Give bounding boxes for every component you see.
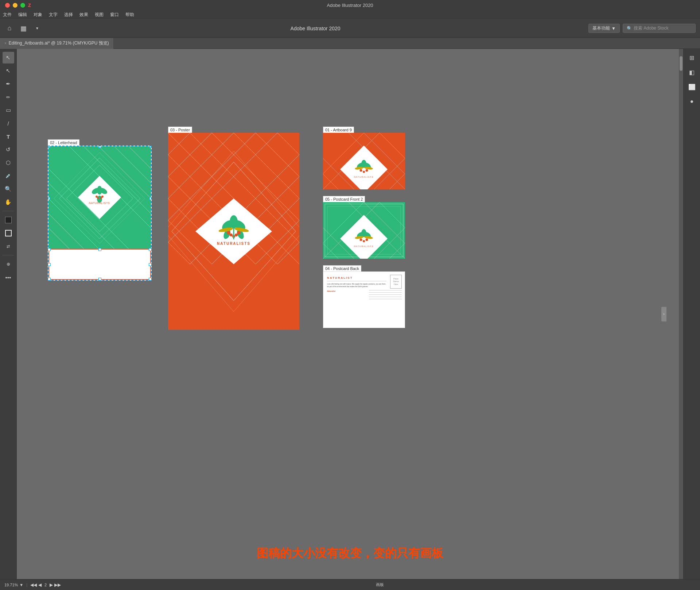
- menu-item-window[interactable]: 窗口: [110, 12, 119, 18]
- panel-collapse-button[interactable]: ›: [661, 307, 666, 321]
- svg-point-83: [366, 169, 368, 172]
- zoom-chevron-icon[interactable]: ▼: [19, 583, 23, 587]
- sel-handle-tl[interactable]: [48, 146, 50, 148]
- window-controls[interactable]: [5, 3, 25, 8]
- bottom-bar: 19.71% ▼ | ◀◀ ◀ 2 ▶ ▶▶ 画板: [0, 579, 700, 590]
- svg-point-58: [230, 234, 233, 236]
- eyedropper-tool-icon[interactable]: 💉: [3, 170, 14, 182]
- artboard-04[interactable]: Place Stamp Here NATURALIST Live a life …: [323, 271, 405, 328]
- svg-point-20: [100, 197, 102, 199]
- menu-item-effect[interactable]: 效果: [79, 12, 88, 18]
- workspace-button[interactable]: 基本功能 ▼: [588, 24, 620, 33]
- tab-close-icon[interactable]: ×: [4, 41, 7, 45]
- svg-point-18: [101, 196, 104, 198]
- postcard-address-area: [369, 290, 402, 324]
- menu-item-text[interactable]: 文字: [49, 12, 58, 18]
- workspace-label: 基本功能: [592, 25, 610, 31]
- close-button[interactable]: [5, 3, 10, 8]
- maximize-button[interactable]: [20, 3, 25, 8]
- separator-1: |: [26, 583, 27, 587]
- nav-prev-button[interactable]: ◀: [38, 582, 42, 587]
- direct-selection-tool-icon[interactable]: ↖: [3, 65, 14, 77]
- svg-point-19: [97, 197, 99, 199]
- pencil-tool-icon[interactable]: ✏: [3, 91, 14, 103]
- nav-last-button[interactable]: ▶▶: [54, 582, 61, 587]
- search-box[interactable]: 🔍 搜索 Adobe Stock: [623, 24, 696, 33]
- sel-handle-ml[interactable]: [48, 197, 50, 200]
- artboard-01[interactable]: NATURALISTS: [323, 133, 405, 189]
- layers-icon[interactable]: ◧: [686, 66, 698, 78]
- menu-bar: 文件 编辑 对象 文字 选择 效果 视图 窗口 帮助: [0, 10, 700, 19]
- caption-text: 图稿的大小没有改变，变的只有画板: [257, 545, 443, 562]
- artboard-02-label: 02 - Letterhead: [48, 139, 79, 146]
- stroke-color-icon[interactable]: [3, 227, 14, 239]
- sel-handle2-tl[interactable]: [48, 248, 51, 251]
- menu-item-object[interactable]: 对象: [34, 12, 42, 18]
- libraries-icon[interactable]: ●: [686, 96, 698, 107]
- svg-point-82: [360, 169, 362, 172]
- nav-first-button[interactable]: ◀◀: [30, 582, 37, 587]
- zoom-control[interactable]: 19.71% ▼: [4, 583, 23, 587]
- tab-filename: Editing_Artboards.ai* @ 19.71% (CMYK/GPU…: [9, 40, 109, 46]
- z-logo: Z: [28, 3, 31, 8]
- rotate-tool-icon[interactable]: ↺: [3, 144, 14, 155]
- svg-point-56: [227, 231, 230, 235]
- menu-item-view[interactable]: 视图: [95, 12, 104, 18]
- artboard-02[interactable]: NATURALISTS: [48, 146, 152, 281]
- svg-point-17: [96, 196, 98, 198]
- type-tool-icon[interactable]: T: [3, 131, 14, 142]
- fill-color-icon[interactable]: [3, 214, 14, 226]
- sel-handle2-bl[interactable]: [48, 278, 51, 281]
- minimize-button[interactable]: [13, 3, 18, 8]
- menu-item-file[interactable]: 文件: [3, 12, 12, 18]
- canvas-area[interactable]: 02 - Letterhead: [17, 49, 683, 579]
- page-nav[interactable]: ◀◀ ◀ 2 ▶ ▶▶: [30, 582, 61, 587]
- shape-builder-tool-icon[interactable]: ⬡: [3, 157, 14, 169]
- pen-tool-icon[interactable]: ✒: [3, 78, 14, 90]
- sel-handle2-br[interactable]: [149, 278, 152, 281]
- vertical-scrollbar[interactable]: [679, 49, 683, 579]
- swap-colors-icon[interactable]: ⇄: [3, 240, 14, 252]
- sel-handle2-bm[interactable]: [98, 278, 101, 281]
- main-layout: ↖ ↖ ✒ ✏ ▭ / T ↺ ⬡ 💉 🔍 ✋ ⇄ ⊕ ••• 02 - Let…: [0, 49, 700, 579]
- document-tab[interactable]: × Editing_Artboards.ai* @ 19.71% (CMYK/G…: [0, 38, 114, 49]
- sel-handle2-mr[interactable]: [149, 263, 152, 266]
- selection-tool-icon[interactable]: ↖: [3, 52, 14, 63]
- artboard-03[interactable]: NATURALISTS: [168, 133, 299, 330]
- artboards-icon[interactable]: ⬜: [686, 81, 698, 93]
- home-icon[interactable]: ⌂: [4, 23, 15, 34]
- page-number: 2: [43, 583, 48, 587]
- artboard-05[interactable]: NATURALISTS: [323, 202, 405, 259]
- chevron-down-icon[interactable]: ▼: [32, 23, 42, 34]
- more-tools-icon[interactable]: •••: [3, 271, 14, 283]
- sel-handle2-tm[interactable]: [98, 248, 101, 251]
- workspace-chevron-icon: ▼: [611, 26, 616, 31]
- menu-item-edit[interactable]: 编辑: [18, 12, 27, 18]
- artboard-mode-label: 画板: [376, 582, 384, 587]
- sel-handle2-ml[interactable]: [48, 263, 51, 266]
- app-title-center: Adobe Illustrator 2020: [46, 26, 585, 31]
- view-mode-icon[interactable]: ▦: [18, 23, 28, 34]
- nav-next-button[interactable]: ▶: [50, 582, 53, 587]
- postcard-brand-name: NATURALIST: [327, 276, 386, 279]
- svg-text:NATURALISTS: NATURALISTS: [89, 202, 110, 204]
- sel-handle-tm[interactable]: [98, 146, 101, 148]
- zoom-tool-icon[interactable]: 🔍: [3, 183, 14, 195]
- artboard-01-label: 01 - Artboard 9: [323, 127, 354, 133]
- hand-tool-icon[interactable]: ✋: [3, 196, 14, 208]
- app-toolbar: ⌂ ▦ ▼ Adobe Illustrator 2020 基本功能 ▼ 🔍 搜索…: [0, 19, 700, 38]
- artboard-tool-icon[interactable]: ⊕: [3, 258, 14, 270]
- sel-handle2-tr[interactable]: [149, 248, 152, 251]
- sel-handle-mr[interactable]: [149, 197, 151, 200]
- scroll-thumb[interactable]: [680, 56, 682, 71]
- properties-icon[interactable]: ⊞: [686, 52, 698, 63]
- line-tool-icon[interactable]: /: [3, 117, 14, 129]
- menu-item-select[interactable]: 选择: [64, 12, 73, 18]
- svg-text:NATURALISTS: NATURALISTS: [217, 242, 250, 246]
- svg-point-57: [237, 231, 241, 235]
- svg-point-59: [235, 234, 238, 236]
- menu-item-help[interactable]: 帮助: [125, 12, 134, 18]
- sel-handle-tr[interactable]: [149, 146, 151, 148]
- tab-bar: × Editing_Artboards.ai* @ 19.71% (CMYK/G…: [0, 38, 700, 49]
- rectangle-tool-icon[interactable]: ▭: [3, 104, 14, 116]
